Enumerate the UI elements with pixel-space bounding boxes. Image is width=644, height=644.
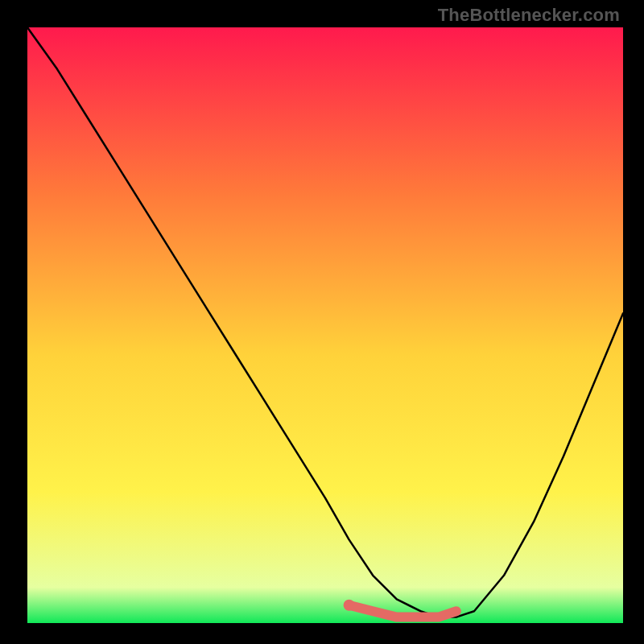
gradient-background [27, 27, 623, 623]
chart-frame: TheBottlenecker.com [0, 0, 644, 644]
optimal-start-dot [344, 600, 355, 611]
bottleneck-chart [27, 27, 623, 623]
watermark-text: TheBottlenecker.com [438, 5, 620, 26]
plot-area [27, 27, 623, 623]
